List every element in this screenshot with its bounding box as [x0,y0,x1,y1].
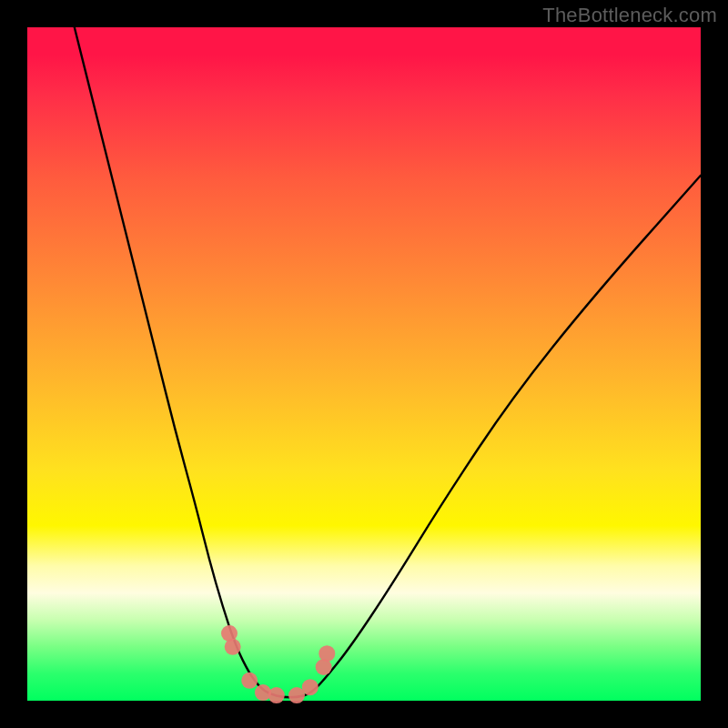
curve-marker [318,645,335,662]
curve-marker [225,639,241,655]
marker-group [221,625,335,703]
watermark-text: TheBottleneck.com [542,4,717,27]
curve-marker [302,679,318,695]
bottleneck-curve-path [75,27,701,697]
curve-marker [255,684,271,701]
curve-marker [268,687,285,703]
curve-marker [241,672,258,689]
chart-frame: TheBottleneck.com [0,0,728,728]
plot-area [27,27,701,701]
curve-layer [27,27,701,701]
